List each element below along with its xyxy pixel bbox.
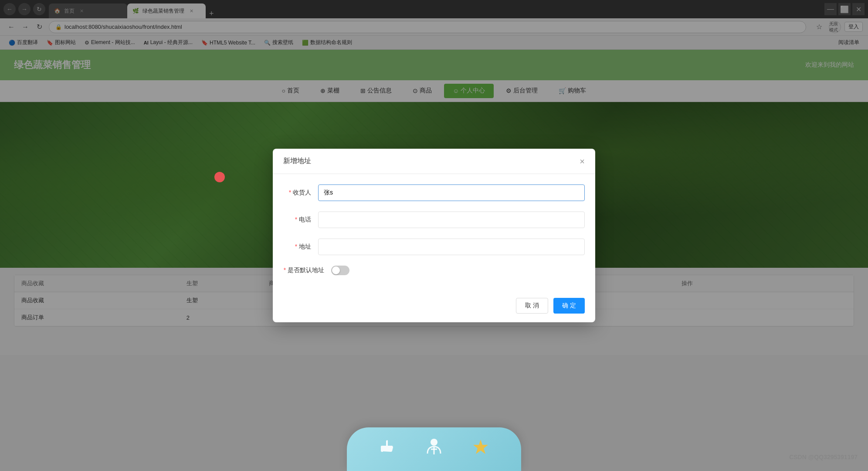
person-icon[interactable]	[423, 436, 445, 462]
phone-input[interactable]	[318, 212, 585, 228]
toggle-wrap[interactable]	[331, 266, 349, 275]
svg-point-0	[431, 439, 437, 446]
modal-header: 新增地址 ×	[273, 149, 595, 174]
cancel-button[interactable]: 取 消	[516, 298, 548, 314]
thumbs-up-icon[interactable]	[376, 436, 398, 462]
modal-title: 新增地址	[283, 157, 311, 166]
form-label-recipient: * 收货人	[283, 189, 318, 197]
form-row-phone: * 电话	[283, 212, 585, 228]
form-label-default: * 是否默认地址	[283, 266, 331, 274]
label-text-phone: 电话	[299, 216, 311, 223]
form-row-default: * 是否默认地址	[283, 266, 585, 275]
red-dot-indicator	[214, 172, 225, 182]
form-row-recipient: * 收货人	[283, 184, 585, 201]
required-marker-default: *	[284, 266, 286, 273]
label-text-default: 是否默认地址	[288, 266, 324, 273]
confirm-button[interactable]: 确 定	[553, 298, 585, 314]
modal-footer: 取 消 确 定	[273, 293, 595, 322]
default-address-toggle[interactable]	[331, 266, 349, 275]
toggle-knob	[332, 266, 340, 274]
modal-overlay: 新增地址 × * 收货人 * 电话	[0, 0, 868, 471]
page-wrapper: ← → ↻ 🏠 首页 ✕ 🌿 绿色蔬菜销售管理 ✕ + — ⬜ ✕ ←	[0, 0, 868, 471]
star-icon[interactable]	[470, 436, 492, 462]
floating-bar	[347, 427, 521, 471]
label-text-address: 地址	[299, 243, 311, 250]
modal-body: * 收货人 * 电话 * 地址	[273, 174, 595, 293]
form-row-address: * 地址	[283, 239, 585, 255]
required-marker-phone: *	[295, 216, 297, 223]
recipient-input[interactable]	[318, 184, 585, 201]
label-text-recipient: 收货人	[293, 189, 311, 196]
form-label-address: * 地址	[283, 243, 318, 251]
add-address-modal: 新增地址 × * 收货人 * 电话	[273, 149, 595, 322]
required-marker-address: *	[295, 243, 297, 250]
address-input[interactable]	[318, 239, 585, 255]
required-marker-recipient: *	[289, 189, 291, 196]
modal-close-button[interactable]: ×	[580, 157, 585, 166]
svg-marker-3	[473, 440, 488, 454]
form-label-phone: * 电话	[283, 216, 318, 224]
